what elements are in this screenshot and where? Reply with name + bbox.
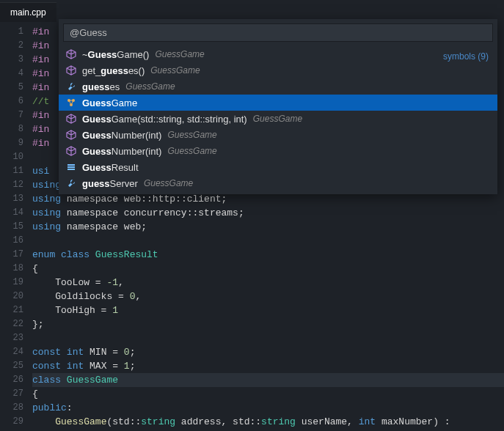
line-number: 11 [0, 164, 32, 178]
line-number: 22 [0, 317, 32, 331]
symbol-result[interactable]: get_guesses()GuessGame [59, 62, 497, 78]
line-number: 3 [0, 53, 32, 67]
code-line[interactable]: enum class GuessResult [32, 248, 504, 262]
line-number: 27 [0, 387, 32, 401]
code-line[interactable]: class GuessGame [32, 373, 504, 387]
code-line[interactable]: using namespace web; [32, 220, 504, 234]
symbol-context: GuessGame [253, 114, 302, 124]
line-number: 18 [0, 262, 32, 276]
line-number: 8 [0, 122, 32, 136]
line-number: 15 [0, 220, 32, 234]
line-number: 21 [0, 303, 32, 317]
line-number: 5 [0, 81, 32, 95]
line-number: 14 [0, 206, 32, 220]
svg-rect-3 [67, 164, 75, 166]
symbol-name: GuessResult [82, 162, 139, 173]
symbol-name: GuessGame [82, 97, 137, 108]
line-number: 6 [0, 95, 32, 108]
symbol-result[interactable]: ~GuessGame()GuessGame [59, 46, 497, 62]
code-line[interactable]: const int MAX = 1; [32, 359, 504, 373]
symbol-search-popup: @Guess symbols (9) ~GuessGame()GuessGame… [59, 19, 497, 194]
field-icon [66, 178, 76, 188]
svg-rect-5 [67, 169, 75, 170]
line-number: 13 [0, 192, 32, 206]
line-number: 25 [0, 359, 32, 373]
symbol-name: GuessNumber(int) [82, 130, 161, 141]
symbols-count[interactable]: symbols (9) [443, 51, 489, 62]
line-number: 9 [0, 136, 32, 150]
code-line[interactable]: const int MIN = 0; [32, 345, 504, 359]
method-icon [66, 65, 76, 75]
symbol-name: GuessNumber(int) [82, 146, 161, 157]
symbol-result[interactable]: GuessNumber(int)GuessGame [59, 143, 497, 159]
code-line[interactable]: { [32, 387, 504, 401]
tab-main-cpp[interactable]: main.cpp [0, 2, 56, 22]
symbol-context: GuessGame [125, 81, 175, 92]
code-line[interactable]: public: [32, 401, 504, 415]
code-line[interactable] [32, 331, 504, 345]
code-line[interactable] [32, 234, 504, 248]
enum-icon [66, 162, 76, 172]
line-number: 28 [0, 401, 32, 415]
symbol-name: GuessGame(std::string, std::string, int) [82, 114, 247, 125]
code-line[interactable]: TooHigh = 1 [32, 303, 504, 317]
svg-rect-4 [67, 166, 75, 168]
symbol-name: get_guesses() [82, 65, 145, 76]
symbol-name: guesses [82, 81, 120, 92]
code-line[interactable]: TooLow = -1, [32, 276, 504, 290]
symbol-name: ~GuessGame() [82, 49, 149, 60]
symbol-result[interactable]: GuessGame(std::string, std::string, int)… [59, 111, 497, 127]
code-line[interactable]: using namespace concurrency::streams; [32, 206, 504, 220]
line-number: 16 [0, 234, 32, 248]
line-number: 29 [0, 415, 32, 429]
symbol-context: GuessGame [167, 130, 216, 140]
symbol-result[interactable]: guessServerGuessGame [59, 175, 497, 191]
class-icon [66, 97, 76, 108]
line-number: 23 [0, 331, 32, 345]
line-number: 4 [0, 67, 32, 81]
code-line[interactable]: }; [32, 317, 504, 331]
symbol-name: guessServer [82, 178, 138, 189]
line-number: 26 [0, 373, 32, 387]
symbol-result[interactable]: GuessNumber(int)GuessGame [59, 127, 497, 143]
code-line[interactable]: GuessGame(std::string address, std::stri… [32, 415, 504, 429]
code-line[interactable]: Goldilocks = 0, [32, 290, 504, 303]
method-icon [66, 130, 76, 140]
line-number: 10 [0, 150, 32, 164]
line-number: 1 [0, 25, 32, 39]
field-icon [66, 81, 76, 92]
line-number: 19 [0, 276, 32, 290]
symbol-result[interactable]: GuessGame [59, 95, 497, 111]
line-number: 7 [0, 108, 32, 122]
gutter: 1234567891011121314151617181920212223242… [0, 22, 32, 431]
symbol-results: ~GuessGame()GuessGameget_guesses()GuessG… [59, 46, 497, 194]
line-number: 24 [0, 345, 32, 359]
symbol-context: GuessGame [144, 178, 193, 188]
line-number: 17 [0, 248, 32, 262]
method-icon [66, 49, 76, 59]
code-line[interactable]: { [32, 262, 504, 276]
symbol-result[interactable]: GuessResult [59, 159, 497, 175]
symbol-context: GuessGame [150, 65, 200, 75]
symbol-context: GuessGame [167, 146, 216, 156]
symbol-context: GuessGame [155, 49, 204, 59]
symbol-search-input[interactable]: @Guess [63, 23, 493, 42]
line-number: 20 [0, 290, 32, 303]
method-icon [66, 114, 76, 124]
line-number: 12 [0, 178, 32, 192]
method-icon [66, 146, 76, 156]
line-number: 2 [0, 39, 32, 53]
symbol-result[interactable]: guessesGuessGame [59, 78, 497, 95]
